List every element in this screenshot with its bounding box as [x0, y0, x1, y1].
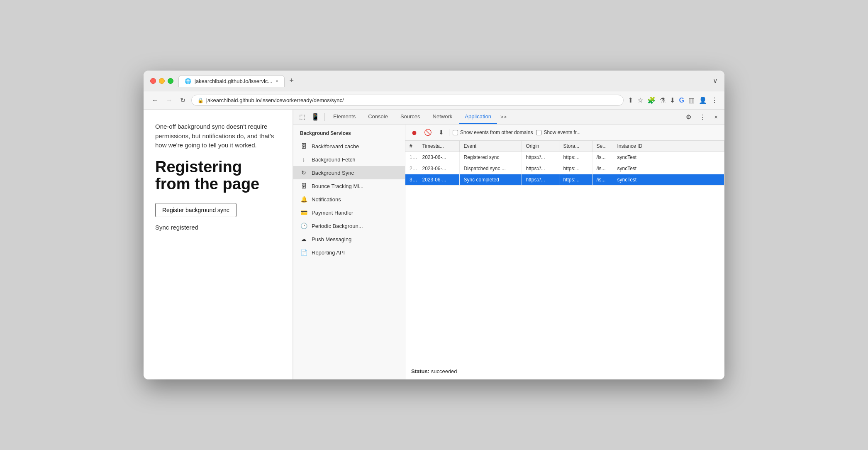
sidebar-section-title: Background Services — [293, 125, 405, 139]
extensions-icon[interactable]: 🧩 — [647, 96, 656, 104]
col-instance-id[interactable]: Instance ID — [613, 141, 724, 152]
device-toolbar-icon[interactable]: 📱 — [309, 110, 322, 124]
sidebar-item-push-messaging[interactable]: ☁ Push Messaging — [293, 232, 405, 246]
bounce-tracking-icon: 🗄 — [300, 183, 307, 189]
address-input[interactable]: 🔒 jakearchibald.github.io/isserviceworke… — [191, 95, 624, 106]
sidebar-item-reporting-api[interactable]: 📄 Reporting API — [293, 246, 405, 259]
devtools-body: Background Services 🗄 Back/forward cache… — [293, 125, 724, 379]
devtools-main-panel: ⏺ 🚫 ⬇ Show events from other domains Sho… — [405, 125, 724, 379]
cell-origin: https://... — [522, 163, 559, 174]
devtools-close-button[interactable]: × — [711, 111, 721, 123]
more-tabs-button[interactable]: >> — [498, 110, 509, 123]
devtools-more-button[interactable]: ⋮ — [696, 111, 709, 123]
browser-window: 🌐 jakearchibald.github.io/isservic... × … — [144, 71, 724, 379]
address-host: jakearchibald.github.io — [206, 97, 260, 103]
notifications-icon: 🔔 — [300, 196, 307, 203]
show-events-fr-checkbox[interactable]: Show events fr... — [536, 130, 580, 135]
sidebar-item-label: Back/forward cache — [312, 143, 359, 149]
col-num: # — [405, 141, 418, 152]
sidebar-toggle-icon[interactable]: ▥ — [688, 96, 695, 104]
other-domains-input[interactable] — [453, 130, 458, 135]
sidebar-item-label: Reporting API — [312, 249, 345, 256]
events-fr-input[interactable] — [536, 130, 541, 135]
devtools-sidebar: Background Services 🗄 Back/forward cache… — [293, 125, 405, 379]
cell-num: 1. — [405, 152, 418, 163]
sidebar-item-periodic-background[interactable]: 🕐 Periodic Backgroun... — [293, 219, 405, 232]
cell-num: 2. — [405, 163, 418, 174]
tab-application[interactable]: Application — [459, 110, 497, 124]
sidebar-item-background-fetch[interactable]: ↓ Background Fetch — [293, 153, 405, 166]
devtools-actions: ⚙ ⋮ × — [683, 111, 721, 123]
sidebar-item-back-forward-cache[interactable]: 🗄 Back/forward cache — [293, 139, 405, 153]
page-description: One-off background sync doesn't require … — [155, 122, 281, 150]
new-tab-button[interactable]: + — [286, 75, 297, 87]
sidebar-item-label: Periodic Backgroun... — [312, 223, 363, 229]
tab-sources[interactable]: Sources — [395, 110, 426, 124]
devtools-settings-button[interactable]: ⚙ — [683, 111, 695, 123]
sidebar-item-label: Push Messaging — [312, 236, 351, 242]
col-origin[interactable]: Origin — [522, 141, 559, 152]
col-se[interactable]: Se... — [592, 141, 613, 152]
clear-button[interactable]: 🚫 — [422, 127, 434, 138]
push-messaging-icon: ☁ — [300, 236, 307, 242]
tab-elements[interactable]: Elements — [327, 110, 361, 124]
active-tab[interactable]: 🌐 jakearchibald.github.io/isservic... × — [178, 75, 285, 87]
bookmark-icon[interactable]: ☆ — [637, 96, 643, 104]
table-row-selected[interactable]: 3. 2023-06-... Sync completed https://..… — [405, 174, 724, 186]
sidebar-item-notifications[interactable]: 🔔 Notifications — [293, 193, 405, 206]
inspect-element-icon[interactable]: ⬚ — [297, 110, 308, 124]
devtools-panel: ⬚ 📱 Elements Console Sources Network App… — [293, 110, 724, 379]
share-icon[interactable]: ⬆ — [628, 96, 633, 104]
cell-timestamp: 2023-06-... — [418, 174, 459, 186]
sync-status: Sync registered — [155, 224, 281, 231]
cell-event: Sync completed — [459, 174, 522, 186]
background-fetch-icon: ↓ — [300, 156, 307, 163]
tab-close-button[interactable]: × — [276, 78, 278, 83]
table-header-row: # Timestа... Event Origin Storа... Se...… — [405, 141, 724, 152]
events-table: # Timestа... Event Origin Storа... Se...… — [405, 141, 724, 363]
cell-timestamp: 2023-06-... — [418, 163, 459, 174]
lock-icon: 🔒 — [197, 98, 204, 103]
minimize-button[interactable] — [159, 78, 165, 84]
back-button[interactable]: ← — [150, 95, 160, 106]
tab-favicon: 🌐 — [185, 78, 191, 84]
tab-console[interactable]: Console — [362, 110, 394, 124]
address-path: /isserviceworkerready/demos/sync/ — [260, 97, 344, 103]
register-sync-button[interactable]: Register background sync — [155, 203, 237, 217]
status-label: Status: — [411, 368, 429, 374]
col-storage[interactable]: Storа... — [559, 141, 592, 152]
periodic-background-icon: 🕐 — [300, 223, 307, 229]
record-button[interactable]: ⏺ — [410, 127, 419, 138]
sidebar-item-payment-handler[interactable]: 💳 Payment Handler — [293, 206, 405, 219]
refresh-button[interactable]: ↻ — [178, 95, 187, 106]
browser-content: One-off background sync doesn't require … — [144, 110, 724, 379]
cell-event: Registered sync — [459, 152, 522, 163]
sidebar-item-label: Payment Handler — [312, 210, 353, 216]
tab-network[interactable]: Network — [427, 110, 458, 124]
sidebar-item-background-sync[interactable]: ↻ Background Sync — [293, 166, 405, 179]
download-icon[interactable]: ⬇ — [670, 96, 675, 104]
cell-timestamp: 2023-06-... — [418, 152, 459, 163]
download-events-button[interactable]: ⬇ — [437, 127, 446, 138]
profile-icon[interactable]: 👤 — [699, 96, 707, 104]
close-button[interactable] — [150, 78, 156, 84]
col-timestamp[interactable]: Timestа... — [418, 141, 459, 152]
cell-se: /is... — [592, 163, 613, 174]
table-row[interactable]: 1. 2023-06-... Registered sync https://.… — [405, 152, 724, 163]
col-event[interactable]: Event — [459, 141, 522, 152]
forward-button[interactable]: → — [164, 95, 174, 106]
sidebar-item-label: Notifications — [312, 196, 341, 203]
sidebar-item-label: Background Fetch — [312, 157, 356, 163]
page-content: One-off background sync doesn't require … — [144, 110, 293, 379]
table-row[interactable]: 2. 2023-06-... Dispatched sync ... https… — [405, 163, 724, 174]
cell-instance-id: syncTest — [613, 163, 724, 174]
maximize-button[interactable] — [168, 78, 173, 84]
address-bar: ← → ↻ 🔒 jakearchibald.github.io/isservic… — [144, 91, 724, 110]
lab-icon[interactable]: ⚗ — [660, 96, 666, 104]
tab-overflow-button[interactable]: ∨ — [713, 77, 718, 85]
background-sync-icon: ↻ — [300, 169, 307, 176]
cell-num: 3. — [405, 174, 418, 186]
show-other-domains-checkbox[interactable]: Show events from other domains — [453, 130, 533, 135]
menu-icon[interactable]: ⋮ — [711, 96, 718, 104]
sidebar-item-bounce-tracking[interactable]: 🗄 Bounce Tracking Mi... — [293, 179, 405, 193]
